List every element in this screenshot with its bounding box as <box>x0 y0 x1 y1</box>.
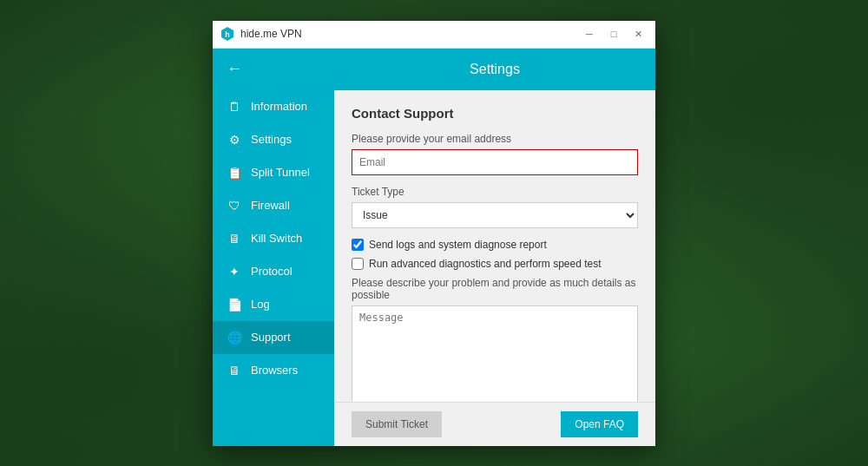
svg-text:h: h <box>225 30 230 39</box>
support-icon: 🌐 <box>227 331 242 345</box>
sidebar: ← 🗒 Information ⚙ Settings 📋 Split Tunne… <box>213 49 334 446</box>
sidebar-item-firewall[interactable]: 🛡 Firewall <box>213 189 334 222</box>
sidebar-header: ← <box>213 49 334 90</box>
firewall-icon: 🛡 <box>227 199 242 213</box>
minimize-button[interactable]: ─ <box>579 25 600 43</box>
section-title: Contact Support <box>352 106 638 121</box>
settings-icon: ⚙ <box>227 133 242 147</box>
sidebar-item-support[interactable]: 🌐 Support <box>213 321 334 354</box>
message-label: Please describe your problem and provide… <box>352 277 638 301</box>
sidebar-item-label: Browsers <box>251 364 298 377</box>
sidebar-item-information[interactable]: 🗒 Information <box>213 90 334 123</box>
sidebar-item-settings[interactable]: ⚙ Settings <box>213 123 334 156</box>
sidebar-item-label: Protocol <box>251 265 293 278</box>
ticket-type-select[interactable]: Issue Question Feature Request <box>352 202 638 228</box>
email-label: Please provide your email address <box>352 133 638 145</box>
ticket-type-group: Ticket Type Issue Question Feature Reque… <box>352 186 638 228</box>
checkbox-logs-group: Send logs and system diagnose report <box>352 239 638 251</box>
close-button[interactable]: ✕ <box>628 25 648 43</box>
email-input[interactable] <box>352 149 638 175</box>
titlebar-logo: h hide.me VPN <box>220 26 579 42</box>
checkbox-logs[interactable] <box>352 239 364 251</box>
message-textarea[interactable] <box>352 305 638 402</box>
checkbox-diagnostics[interactable] <box>352 258 364 270</box>
sidebar-item-label: Firewall <box>251 199 290 212</box>
sidebar-item-protocol[interactable]: ✦ Protocol <box>213 255 334 288</box>
settings-title: Settings <box>470 62 520 77</box>
ticket-type-label: Ticket Type <box>352 186 638 198</box>
titlebar-title: hide.me VPN <box>240 28 302 40</box>
open-faq-button[interactable]: Open FAQ <box>561 411 638 437</box>
app-window: h hide.me VPN ─ □ ✕ ← 🗒 Information <box>213 21 655 446</box>
titlebar: h hide.me VPN ─ □ ✕ <box>213 21 655 49</box>
log-icon: 📄 <box>227 298 242 312</box>
message-group: Please describe your problem and provide… <box>352 277 638 402</box>
checkbox-diagnostics-label: Run advanced diagnostics and perform spe… <box>369 258 602 270</box>
main-footer: Submit Ticket Open FAQ <box>334 402 655 446</box>
sidebar-item-label: Information <box>251 100 307 113</box>
main-header: Settings <box>334 49 655 90</box>
information-icon: 🗒 <box>227 100 242 114</box>
protocol-icon: ✦ <box>227 265 242 279</box>
app-logo-icon: h <box>220 26 235 42</box>
main-panel: Settings Contact Support Please provide … <box>334 49 655 446</box>
sidebar-item-log[interactable]: 📄 Log <box>213 288 334 321</box>
sidebar-item-label: Support <box>251 331 291 344</box>
split-tunnel-icon: 📋 <box>227 166 242 180</box>
titlebar-controls: ─ □ ✕ <box>579 25 648 43</box>
content-area: ← 🗒 Information ⚙ Settings 📋 Split Tunne… <box>213 49 655 446</box>
kill-switch-icon: 🖥 <box>227 232 242 246</box>
sidebar-item-label: Kill Switch <box>251 232 302 245</box>
back-icon: ← <box>227 60 242 78</box>
sidebar-item-kill-switch[interactable]: 🖥 Kill Switch <box>213 222 334 255</box>
submit-ticket-button[interactable]: Submit Ticket <box>352 411 442 437</box>
checkbox-diagnostics-group: Run advanced diagnostics and perform spe… <box>352 258 638 270</box>
checkbox-logs-label: Send logs and system diagnose report <box>369 239 547 251</box>
sidebar-item-label: Log <box>251 298 270 311</box>
browsers-icon: 🖥 <box>227 364 242 377</box>
main-content: Contact Support Please provide your emai… <box>334 90 655 402</box>
sidebar-item-split-tunnel[interactable]: 📋 Split Tunnel <box>213 156 334 189</box>
sidebar-item-label: Split Tunnel <box>251 166 310 179</box>
email-group: Please provide your email address <box>352 133 638 175</box>
sidebar-nav: 🗒 Information ⚙ Settings 📋 Split Tunnel … <box>213 90 334 387</box>
sidebar-item-label: Settings <box>251 133 292 146</box>
maximize-button[interactable]: □ <box>603 25 624 43</box>
back-button[interactable]: ← <box>227 60 242 78</box>
sidebar-item-browsers[interactable]: 🖥 Browsers <box>213 354 334 387</box>
